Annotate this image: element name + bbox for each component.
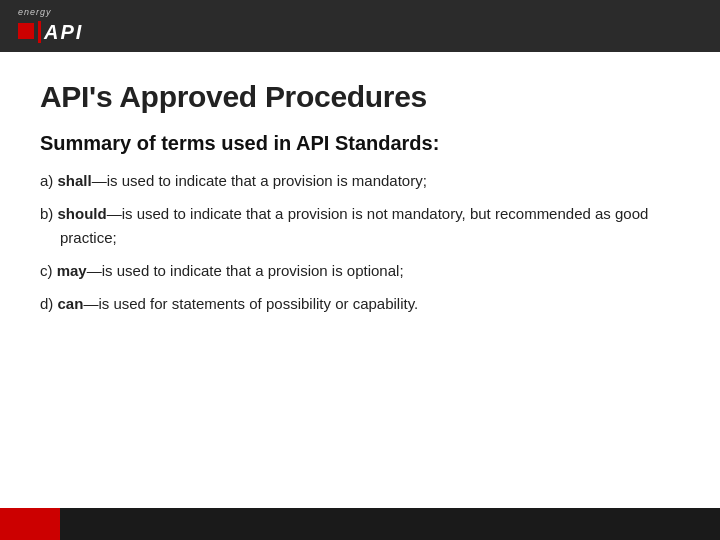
item-b-prefix: b): [40, 205, 58, 222]
item-d-sep: —: [83, 295, 98, 312]
item-a-prefix: a): [40, 172, 58, 189]
item-b-term: should: [58, 205, 107, 222]
page-title: API's Approved Procedures: [40, 80, 680, 114]
list-item: d) can—is used for statements of possibi…: [40, 292, 680, 315]
main-content: API's Approved Procedures Summary of ter…: [0, 52, 720, 345]
terms-list: a) shall—is used to indicate that a prov…: [40, 169, 680, 315]
item-a-desc: is used to indicate that a provision is …: [107, 172, 427, 189]
item-c-desc: is used to indicate that a provision is …: [102, 262, 404, 279]
logo-area: energy API: [18, 7, 90, 45]
footer-red-block: [0, 508, 60, 540]
svg-rect-1: [38, 21, 41, 43]
item-c-term: may: [57, 262, 87, 279]
footer-bar: [0, 508, 720, 540]
item-d-desc: is used for statements of possibility or…: [98, 295, 418, 312]
footer-dark-block: [60, 508, 720, 540]
item-c-prefix: c): [40, 262, 57, 279]
api-logo-svg: API: [18, 19, 90, 45]
svg-text:API: API: [43, 21, 83, 43]
item-d-prefix: d): [40, 295, 58, 312]
list-item: c) may—is used to indicate that a provis…: [40, 259, 680, 282]
page-container: energy API API's Approved Procedures Sum…: [0, 0, 720, 540]
list-item: b) should—is used to indicate that a pro…: [40, 202, 680, 249]
item-c-sep: —: [87, 262, 102, 279]
api-logo: API: [18, 19, 90, 45]
section-heading: Summary of terms used in API Standards:: [40, 132, 680, 155]
item-b-desc: is used to indicate that a provision is …: [60, 205, 648, 245]
svg-rect-0: [18, 23, 34, 39]
header-bar: energy API: [0, 0, 720, 52]
item-a-sep: —: [92, 172, 107, 189]
item-b-sep: —: [107, 205, 122, 222]
item-a-term: shall: [58, 172, 92, 189]
item-d-term: can: [58, 295, 84, 312]
energy-label: energy: [18, 7, 52, 17]
list-item: a) shall—is used to indicate that a prov…: [40, 169, 680, 192]
